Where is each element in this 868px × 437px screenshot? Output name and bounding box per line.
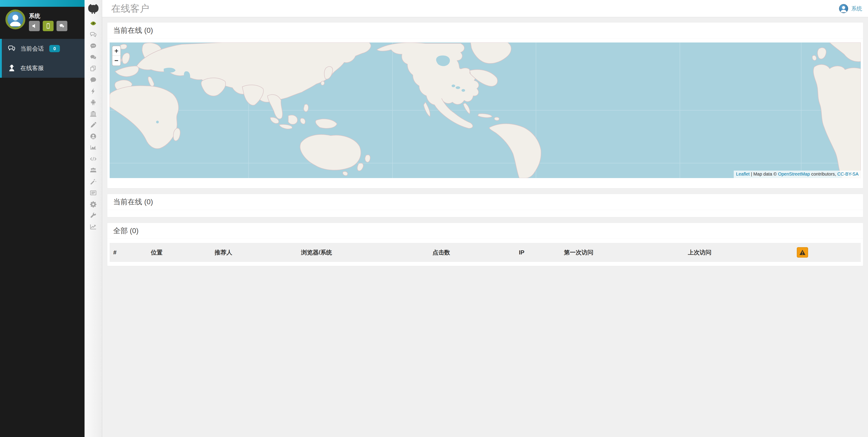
speaker-icon (31, 23, 37, 29)
online-panel-body (107, 210, 863, 217)
comment-icon[interactable] (85, 74, 102, 85)
sidebar-item-current-chats[interactable]: 当前会话 0 (2, 39, 85, 58)
visitors-table: # 位置 推荐人 浏览器/系统 点击数 IP 第一次访问 上次访问 (110, 243, 861, 262)
chats-icon (8, 44, 16, 53)
col-clicks: 点击数 (429, 243, 515, 262)
chat-bubbles-icon (59, 23, 65, 29)
sidebar-nav: 当前会话 0 在线客服 (0, 39, 85, 78)
eye-icon[interactable] (85, 18, 102, 29)
col-ip: IP (515, 243, 560, 262)
attribution-text: contributors, (810, 171, 837, 177)
android-icon[interactable] (85, 97, 102, 108)
map-zoom-control: + − (112, 45, 121, 66)
leaflet-link[interactable]: Leaflet (736, 171, 749, 177)
users-icon[interactable] (85, 164, 102, 176)
top-header: 在线客户 系统 (102, 0, 868, 17)
comments-icon[interactable] (85, 52, 102, 63)
header-avatar (839, 4, 848, 13)
wrench-icon[interactable] (85, 210, 102, 221)
area-chart-icon[interactable] (85, 142, 102, 153)
bolt-icon[interactable] (85, 85, 102, 97)
icon-rail (85, 0, 102, 437)
user-avatar (5, 9, 25, 29)
chat-outline-icon[interactable] (85, 29, 102, 40)
user-status-buttons (29, 21, 67, 31)
sidebar: 系统 当前会话 0 在线客服 (0, 0, 85, 437)
sidebar-item-label: 当前会话 (20, 45, 44, 53)
all-visitors-panel: 全部 (0) # 位置 推荐人 浏览器/系统 点击数 I (107, 223, 863, 266)
col-last-visit: 上次访问 (684, 243, 793, 262)
sidebar-item-online-operators[interactable]: 在线客服 (2, 58, 85, 78)
map-panel-title: 当前在线 (0) (107, 23, 863, 38)
online-panel: 当前在线 (0) (107, 194, 863, 217)
copy-icon[interactable] (85, 63, 102, 74)
pencil-icon[interactable] (85, 119, 102, 131)
line-chart-icon[interactable] (85, 221, 102, 232)
person-icon (7, 11, 23, 27)
map-panel: 当前在线 (0) (107, 23, 863, 188)
sidebar-accent-bar (0, 0, 85, 7)
user-circle-icon[interactable] (85, 131, 102, 142)
current-chats-badge: 0 (49, 45, 60, 52)
agent-icon (8, 64, 16, 72)
list-icon[interactable] (85, 187, 102, 198)
col-referrer: 推荐人 (211, 243, 298, 262)
zoom-out-button[interactable]: − (112, 56, 121, 65)
online-panel-title: 当前在线 (0) (107, 194, 863, 210)
col-location: 位置 (147, 243, 211, 262)
sidebar-user-block: 系统 (0, 7, 85, 39)
col-browser-os: 浏览器/系统 (298, 243, 429, 262)
chat-button[interactable] (57, 21, 67, 31)
col-first-visit: 第一次访问 (560, 243, 684, 262)
person-icon (839, 4, 848, 13)
gear-icon[interactable] (85, 198, 102, 210)
zoom-in-button[interactable]: + (112, 46, 121, 56)
table-header-row: # 位置 推荐人 浏览器/系统 点击数 IP 第一次访问 上次访问 (110, 243, 861, 262)
all-panel-body: # 位置 推荐人 浏览器/系统 点击数 IP 第一次访问 上次访问 (107, 239, 863, 266)
warning-triangle-icon (799, 249, 806, 255)
attribution-text: | Map data © (749, 171, 778, 177)
sidebar-user-name: 系统 (29, 12, 40, 20)
world-map-image (110, 42, 861, 178)
col-number: # (110, 243, 147, 262)
sound-button[interactable] (29, 21, 40, 31)
sidebar-item-label: 在线客服 (20, 64, 44, 72)
bank-icon[interactable] (85, 108, 102, 119)
warning-button[interactable] (797, 247, 808, 258)
content-area: 当前在线 (0) (102, 17, 868, 266)
magic-wand-icon[interactable] (85, 176, 102, 187)
all-panel-title: 全部 (0) (107, 223, 863, 239)
map-attribution: Leaflet | Map data © OpenStreetMap contr… (734, 170, 861, 178)
comment-dots-icon[interactable] (85, 40, 102, 52)
main-area: 在线客户 系统 当前在线 (0) (102, 0, 868, 437)
visitors-map[interactable]: + − Leaflet | Map data © OpenStreetMap c… (110, 42, 861, 178)
cc-by-sa-link[interactable]: CC-BY-SA (837, 171, 859, 177)
header-user-name: 系统 (851, 5, 862, 12)
smartphone-icon (45, 23, 51, 29)
header-user-menu[interactable]: 系统 (839, 0, 862, 17)
page-title: 在线客户 (111, 2, 149, 15)
openstreetmap-link[interactable]: OpenStreetMap (778, 171, 810, 177)
mibew-logo-icon[interactable] (85, 0, 102, 18)
code-icon[interactable] (85, 153, 102, 164)
col-actions (793, 243, 861, 262)
phone-button[interactable] (43, 21, 54, 31)
